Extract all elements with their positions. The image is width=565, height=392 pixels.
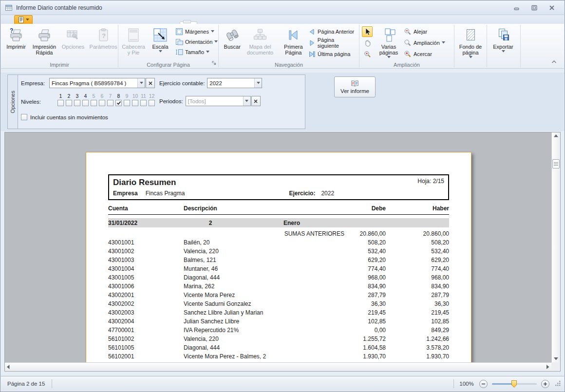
exportar-label: Exportar — [493, 44, 513, 50]
margenes-button[interactable]: Márgenes — [174, 27, 219, 36]
ribbon-collapse-button[interactable] — [551, 58, 557, 65]
group-number: 2 — [184, 220, 237, 226]
svg-text:?: ? — [102, 32, 106, 39]
report-page: Diario Resumen Hoja: 2/15 Empresa Fincas… — [86, 152, 471, 372]
ribbon-group-navegacion: Buscar Mapa del documento Primera Página — [219, 24, 359, 68]
incluir-cuentas-checkbox[interactable] — [21, 114, 27, 120]
nivel-checkbox-9[interactable] — [124, 100, 130, 106]
empresa-clear-button[interactable] — [146, 78, 155, 88]
report-row: SUMAS ANTERIORES20.860,0020.860,00 — [108, 229, 449, 238]
periodos-combobox[interactable]: [Todos] — [186, 96, 251, 106]
nivel-checkbox-5[interactable] — [91, 100, 97, 106]
report-row: 43001006Marina, 262834,90834,90 — [108, 282, 449, 291]
column-header-cuenta: Cuenta — [108, 205, 184, 212]
hand-tool-button[interactable] — [362, 37, 373, 48]
ribbon: ? Imprimir Impresión Rápida Opciones — [1, 24, 564, 69]
chevron-up-icon — [551, 59, 557, 64]
cabecera-pie-button: Cabecera y Pie — [121, 25, 146, 56]
ejercicio-combobox[interactable]: 2022 — [207, 78, 262, 88]
nivel-checkbox-11[interactable] — [140, 100, 147, 106]
imprimir-button[interactable]: ? Imprimir — [4, 25, 28, 50]
nivel-checkbox-1[interactable] — [57, 100, 64, 106]
ultima-pagina-button[interactable]: Última página — [307, 50, 358, 58]
nivel-checkbox-12[interactable] — [149, 100, 155, 106]
nivel-checkbox-6[interactable] — [99, 100, 105, 106]
parametros-button: ? Parámetros — [88, 25, 118, 50]
nivel-checkbox-10[interactable] — [132, 100, 138, 106]
nivel-checkbox-8[interactable] — [115, 100, 122, 106]
pagina-anterior-button[interactable]: Página Anterior — [307, 27, 358, 36]
report-row: 43002001Vicente Mora Perez287,79287,79 — [108, 291, 449, 299]
scroll-right-icon[interactable] — [546, 363, 549, 371]
margenes-label: Márgenes — [185, 29, 209, 35]
ver-informe-button[interactable]: Ver informe — [334, 76, 376, 97]
zoom-slider-thumb[interactable] — [511, 380, 517, 388]
chevron-down-icon[interactable] — [254, 78, 262, 88]
scroll-down-icon[interactable] — [552, 357, 560, 360]
periodos-clear-button[interactable] — [251, 96, 261, 106]
buscar-button[interactable]: Buscar — [221, 25, 243, 50]
acercar-button[interactable]: Acercar — [403, 50, 446, 58]
parametros-label: Parámetros — [90, 44, 117, 50]
primera-pagina-button[interactable]: Primera Página — [282, 25, 305, 56]
chevron-down-icon — [469, 56, 472, 58]
magnifier-icon — [404, 39, 412, 47]
zoom-out-button[interactable] — [479, 380, 488, 388]
nivel-checkbox-4[interactable] — [82, 100, 89, 106]
ampliacion-button[interactable]: Ampliación — [403, 38, 446, 47]
report-empresa-label: Empresa — [113, 190, 138, 197]
varias-paginas-label: Varias páginas — [375, 44, 402, 56]
configurar-dialog-launcher-icon[interactable] — [211, 60, 217, 67]
scroll-left-icon[interactable] — [7, 363, 10, 371]
fondo-pagina-button[interactable]: Fondo de página — [456, 25, 485, 59]
imprimir-label: Imprimir — [6, 44, 26, 50]
zoom-slider[interactable] — [492, 380, 537, 388]
horizontal-scrollbar[interactable] — [5, 362, 551, 371]
pagina-siguiente-button[interactable]: Página siguiente — [307, 38, 358, 47]
vertical-scrollbar[interactable] — [551, 132, 560, 362]
zoom-tool-button[interactable] — [362, 49, 373, 59]
orientacion-button[interactable]: Orientación — [174, 37, 219, 46]
chevron-down-icon[interactable] — [137, 78, 145, 88]
opciones-label: Opciones — [62, 44, 84, 50]
escala-button[interactable]: Escala — [149, 25, 171, 53]
pointer-tool-button[interactable] — [362, 26, 373, 37]
ribbon-application-button[interactable] — [14, 15, 33, 24]
empresa-combobox[interactable]: Fincas Pragma ( B58959784 ) — [49, 78, 145, 88]
nivel-checkbox-2[interactable] — [66, 100, 72, 106]
niveles-boxes: 123456789101112 — [57, 93, 155, 106]
nivel-checkbox-3[interactable] — [74, 100, 80, 106]
scale-icon — [152, 27, 168, 43]
zoom-in-button[interactable] — [541, 380, 549, 388]
chevron-down-icon — [26, 19, 29, 21]
minimize-button[interactable] — [511, 4, 522, 12]
options-grid-wrench-icon — [65, 27, 81, 43]
nivel-number-9: 9 — [126, 93, 129, 99]
options-panel-tab: Opciones — [8, 75, 18, 129]
impresion-rapida-button[interactable]: Impresión Rápida — [31, 25, 58, 56]
nivel-checkbox-7[interactable] — [107, 100, 113, 106]
report-row: 43001004Muntaner, 46774,40774,40 — [108, 264, 449, 273]
chevron-down-icon[interactable] — [243, 96, 250, 106]
tamano-button[interactable]: Tamaño — [174, 48, 219, 56]
chevron-down-icon — [159, 50, 162, 53]
scroll-up-icon[interactable] — [552, 134, 560, 137]
preview-area[interactable]: Diario Resumen Hoja: 2/15 Empresa Fincas… — [4, 132, 561, 372]
nivel-number-4: 4 — [84, 93, 87, 99]
margins-icon — [175, 28, 183, 36]
ribbon-group-exportar: Exportar — [487, 24, 520, 68]
resize-grip[interactable] — [555, 380, 561, 388]
options-panel: Opciones Empresa: Fincas Pragma ( B58959… — [7, 75, 305, 129]
zoom-out-icon — [404, 28, 412, 36]
exportar-button[interactable]: Exportar — [489, 25, 518, 53]
varias-paginas-button[interactable]: Varias páginas — [375, 25, 403, 59]
clear-x-icon — [254, 99, 258, 103]
document-map-icon — [252, 27, 268, 43]
maximize-button[interactable] — [529, 4, 540, 12]
vertical-scrollbar-thumb[interactable] — [552, 159, 560, 168]
report-row: 43001001Bailén, 20508,20508,20 — [108, 238, 449, 247]
impresion-rapida-label: Impresión Rápida — [31, 44, 57, 56]
alejar-button[interactable]: Alejar — [403, 27, 446, 36]
close-button[interactable] — [546, 4, 557, 12]
report-ejercicio-value: 2022 — [321, 190, 334, 197]
